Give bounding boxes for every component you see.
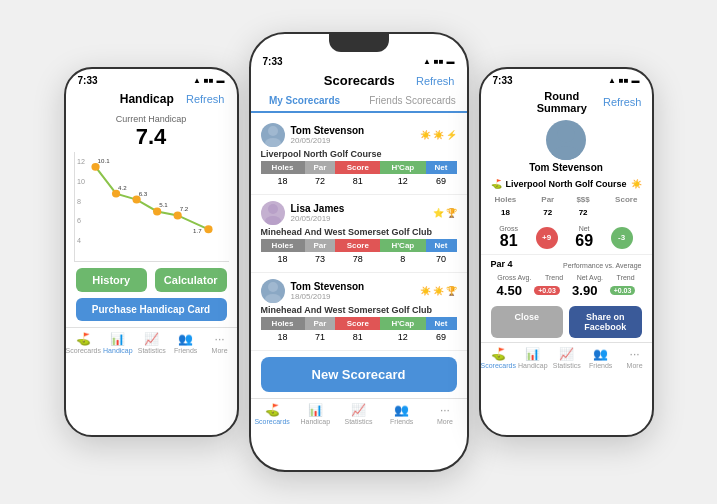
player-avatar bbox=[546, 120, 586, 160]
par4-title: Par 4 bbox=[491, 259, 513, 269]
user-date-3: 18/05/2019 bbox=[291, 292, 414, 301]
user-name-2: Lisa James bbox=[291, 203, 427, 214]
close-button[interactable]: Close bbox=[491, 306, 564, 338]
nav-handicap-label-2: Handicap bbox=[301, 418, 331, 425]
nav-friends-1[interactable]: 👥 Friends bbox=[169, 332, 203, 354]
par4-gross-avg: 4.50 bbox=[497, 283, 522, 298]
tab-my-scorecards[interactable]: My Scorecards bbox=[251, 90, 359, 113]
svg-text:1.7: 1.7 bbox=[193, 228, 202, 234]
wifi-icon: ▲ bbox=[193, 76, 201, 85]
share-button[interactable]: Share on Facebook bbox=[569, 306, 642, 338]
notch bbox=[329, 34, 389, 52]
rs-td-sss: 72 bbox=[565, 206, 601, 219]
new-scorecard-button[interactable]: New Scorecard bbox=[261, 357, 457, 392]
nav-friends-label-2: Friends bbox=[390, 418, 413, 425]
course-section: ⛳ Liverpool North Golf Course ☀️ bbox=[481, 177, 652, 191]
nav-more-1[interactable]: ··· More bbox=[203, 332, 237, 354]
time-3: 7:33 bbox=[493, 75, 513, 86]
scorecard-user-row-1: Tom Stevenson 20/05/2019 ☀️ ☀️ ⚡ bbox=[261, 123, 457, 147]
par4-section: Par 4 Performance vs. Average Gross Avg.… bbox=[481, 254, 652, 302]
th-hcap-1: H'Cap bbox=[380, 161, 426, 174]
nav-handicap-1[interactable]: 📊 Handicap bbox=[101, 332, 135, 354]
purchase-button[interactable]: Purchase Handicap Card bbox=[76, 298, 227, 321]
battery-icon: ▬ bbox=[217, 76, 225, 85]
scorecard-user-row-2: Lisa James 20/05/2019 ⭐ 🏆 bbox=[261, 201, 457, 225]
nav-more-label-3: More bbox=[627, 362, 643, 369]
td-par-1: 72 bbox=[305, 174, 336, 188]
badge-sun-1: ☀️ bbox=[420, 130, 431, 140]
gross-value: 81 bbox=[500, 232, 518, 250]
course-icon-golf: ⛳ bbox=[491, 179, 502, 189]
handicap-icon: 📊 bbox=[110, 332, 125, 346]
course-name-3: Minehead And West Somerset Golf Club bbox=[261, 305, 457, 315]
statistics-icon-2: 📈 bbox=[351, 403, 366, 417]
td-par-3: 71 bbox=[305, 330, 336, 344]
handicap-screen: Handicap Refresh Current Handicap 7.4 12… bbox=[66, 88, 237, 434]
td-net-2: 70 bbox=[426, 252, 457, 266]
td-net-1: 69 bbox=[426, 174, 457, 188]
phone-handicap: 7:33 ▲ ■■ ▬ Handicap Refresh Current Han… bbox=[64, 67, 239, 437]
signal-icon-2: ■■ bbox=[434, 57, 444, 66]
user-badges-1: ☀️ ☀️ ⚡ bbox=[420, 130, 457, 140]
current-handicap-label: Current Handicap bbox=[66, 114, 237, 124]
rs-td-score bbox=[601, 206, 652, 219]
scorecard-item-1: Tom Stevenson 20/05/2019 ☀️ ☀️ ⚡ Liverpo… bbox=[251, 117, 467, 195]
par4-header-gross-avg: Gross Avg. bbox=[497, 274, 531, 281]
th-net-3: Net bbox=[426, 317, 457, 330]
friends-icon: 👥 bbox=[178, 332, 193, 346]
nav-statistics-label-3: Statistics bbox=[553, 362, 581, 369]
gross-badge: +9 bbox=[536, 227, 558, 249]
nav-handicap-3[interactable]: 📊 Handicap bbox=[516, 347, 550, 369]
svg-point-24 bbox=[552, 146, 580, 160]
nav-friends-2[interactable]: 👥 Friends bbox=[380, 403, 423, 425]
score-table-1: Holes Par Score H'Cap Net 18 72 81 12 69 bbox=[261, 161, 457, 188]
gross-item: Gross 81 bbox=[499, 225, 518, 250]
net-item: Net 69 bbox=[575, 225, 593, 250]
nav-friends-3[interactable]: 👥 Friends bbox=[584, 347, 618, 369]
phone-round-summary: 7:33 ▲ ■■ ▬ Round Summary Refresh bbox=[479, 67, 654, 437]
svg-text:10.1: 10.1 bbox=[97, 158, 110, 164]
bottom-nav-1: ⛳ Scorecards 📊 Handicap 📈 Statistics 👥 F… bbox=[66, 327, 237, 356]
svg-point-23 bbox=[557, 125, 575, 143]
battery-icon-3: ▬ bbox=[632, 76, 640, 85]
statistics-icon: 📈 bbox=[144, 332, 159, 346]
svg-point-19 bbox=[268, 204, 278, 214]
rs-th-par: Par bbox=[530, 193, 565, 206]
nav-handicap-2[interactable]: 📊 Handicap bbox=[294, 403, 337, 425]
history-button[interactable]: History bbox=[76, 268, 148, 292]
nav-scorecards-1[interactable]: ⛳ Scorecards bbox=[66, 332, 101, 354]
signal-icon-3: ■■ bbox=[619, 76, 629, 85]
th-par-3: Par bbox=[305, 317, 336, 330]
handicap-refresh-btn[interactable]: Refresh bbox=[186, 93, 225, 105]
handicap-chart: 12 10 8 6 4 10.1 4.2 6.3 5.1 bbox=[74, 152, 229, 262]
nav-statistics-3[interactable]: 📈 Statistics bbox=[550, 347, 584, 369]
avatar-2 bbox=[261, 201, 285, 225]
calculator-button[interactable]: Calculator bbox=[155, 268, 227, 292]
status-bar-3: 7:33 ▲ ■■ ▬ bbox=[481, 69, 652, 88]
svg-point-15 bbox=[204, 225, 212, 233]
user-date-2: 20/05/2019 bbox=[291, 214, 427, 223]
td-score-3: 81 bbox=[335, 330, 380, 344]
nav-scorecards-2[interactable]: ⛳ Scorecards bbox=[251, 403, 294, 425]
rs-buttons: Close Share on Facebook bbox=[491, 306, 642, 338]
scorecards-refresh-btn[interactable]: Refresh bbox=[416, 75, 455, 87]
net-label: Net bbox=[579, 225, 590, 232]
nav-scorecards-3[interactable]: ⛳ Scorecards bbox=[481, 347, 516, 369]
svg-point-22 bbox=[265, 294, 281, 303]
par4-net-trend: +0.03 bbox=[610, 286, 636, 295]
svg-point-9 bbox=[132, 196, 140, 204]
more-icon-3: ··· bbox=[630, 347, 640, 361]
svg-point-13 bbox=[173, 211, 181, 219]
nav-more-3[interactable]: ··· More bbox=[618, 347, 652, 369]
nav-statistics-1[interactable]: 📈 Statistics bbox=[135, 332, 169, 354]
svg-text:5.1: 5.1 bbox=[159, 203, 168, 209]
current-handicap-value: 7.4 bbox=[66, 124, 237, 150]
td-hcap-3: 12 bbox=[380, 330, 426, 344]
tab-friends-scorecards[interactable]: Friends Scorecards bbox=[359, 90, 467, 111]
scorecards-header: Scorecards Refresh bbox=[251, 69, 467, 90]
nav-more-2[interactable]: ··· More bbox=[423, 403, 466, 425]
nav-more-label: More bbox=[212, 347, 228, 354]
handicap-icon-2: 📊 bbox=[308, 403, 323, 417]
round-summary-refresh-btn[interactable]: Refresh bbox=[603, 96, 642, 108]
nav-statistics-2[interactable]: 📈 Statistics bbox=[337, 403, 380, 425]
